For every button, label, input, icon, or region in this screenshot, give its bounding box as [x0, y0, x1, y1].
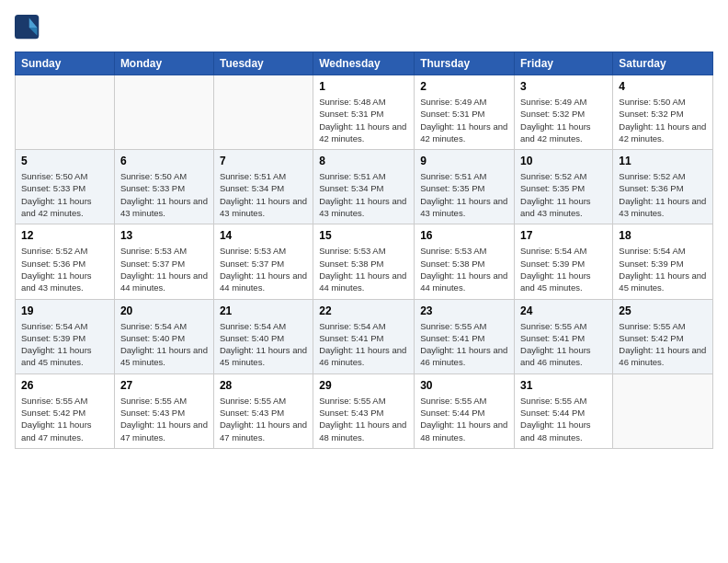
calendar-table: SundayMondayTuesdayWednesdayThursdayFrid… — [15, 52, 713, 449]
day-number: 11 — [619, 155, 707, 167]
day-info: Sunrise: 5:54 AMSunset: 5:39 PMDaylight:… — [619, 245, 707, 293]
weekday-header-row: SundayMondayTuesdayWednesdayThursdayFrid… — [16, 52, 713, 75]
calendar-day-cell: 22Sunrise: 5:54 AMSunset: 5:41 PMDayligh… — [313, 299, 415, 373]
day-number: 12 — [21, 229, 108, 242]
day-number: 7 — [220, 155, 307, 167]
calendar-week-row: 19Sunrise: 5:54 AMSunset: 5:39 PMDayligh… — [16, 299, 713, 373]
calendar-week-row: 5Sunrise: 5:50 AMSunset: 5:33 PMDaylight… — [16, 150, 713, 224]
weekday-header-monday: Monday — [114, 52, 213, 75]
calendar-week-row: 26Sunrise: 5:55 AMSunset: 5:42 PMDayligh… — [16, 373, 713, 448]
weekday-header-saturday: Saturday — [613, 52, 713, 75]
calendar-day-cell: 10Sunrise: 5:52 AMSunset: 5:35 PMDayligh… — [515, 150, 613, 224]
day-info: Sunrise: 5:55 AMSunset: 5:44 PMDaylight:… — [420, 395, 508, 443]
logo-icon — [15, 15, 40, 40]
day-number: 21 — [220, 304, 307, 317]
day-number: 27 — [120, 379, 208, 392]
day-number: 8 — [319, 155, 408, 167]
weekday-header-friday: Friday — [515, 52, 613, 75]
day-info: Sunrise: 5:50 AMSunset: 5:33 PMDaylight:… — [120, 170, 208, 219]
day-info: Sunrise: 5:54 AMSunset: 5:39 PMDaylight:… — [21, 320, 108, 369]
day-number: 23 — [420, 304, 508, 317]
calendar-day-cell: 28Sunrise: 5:55 AMSunset: 5:43 PMDayligh… — [213, 373, 313, 448]
calendar-day-cell: 2Sunrise: 5:49 AMSunset: 5:31 PMDaylight… — [415, 75, 515, 150]
calendar-day-cell — [16, 75, 115, 150]
day-info: Sunrise: 5:49 AMSunset: 5:31 PMDaylight:… — [420, 96, 508, 144]
calendar-day-cell: 26Sunrise: 5:55 AMSunset: 5:42 PMDayligh… — [16, 373, 115, 448]
day-number: 26 — [21, 379, 108, 392]
day-number: 3 — [520, 80, 607, 93]
calendar-day-cell: 24Sunrise: 5:55 AMSunset: 5:41 PMDayligh… — [515, 299, 613, 373]
day-info: Sunrise: 5:51 AMSunset: 5:34 PMDaylight:… — [319, 170, 408, 219]
calendar-week-row: 1Sunrise: 5:48 AMSunset: 5:31 PMDaylight… — [16, 75, 713, 150]
day-info: Sunrise: 5:54 AMSunset: 5:41 PMDaylight:… — [319, 320, 408, 369]
calendar-day-cell: 25Sunrise: 5:55 AMSunset: 5:42 PMDayligh… — [613, 299, 713, 373]
page-header — [15, 15, 713, 40]
calendar-day-cell: 4Sunrise: 5:50 AMSunset: 5:32 PMDaylight… — [613, 75, 713, 150]
calendar-day-cell: 1Sunrise: 5:48 AMSunset: 5:31 PMDaylight… — [313, 75, 415, 150]
day-info: Sunrise: 5:55 AMSunset: 5:43 PMDaylight:… — [220, 395, 307, 443]
calendar-day-cell: 21Sunrise: 5:54 AMSunset: 5:40 PMDayligh… — [213, 299, 313, 373]
calendar-day-cell: 3Sunrise: 5:49 AMSunset: 5:32 PMDaylight… — [515, 75, 613, 150]
day-number: 5 — [21, 155, 108, 167]
day-number: 10 — [520, 155, 607, 167]
day-number: 14 — [220, 229, 307, 242]
day-info: Sunrise: 5:53 AMSunset: 5:37 PMDaylight:… — [120, 245, 208, 293]
weekday-header-wednesday: Wednesday — [313, 52, 415, 75]
calendar-day-cell: 31Sunrise: 5:55 AMSunset: 5:44 PMDayligh… — [515, 373, 613, 448]
day-info: Sunrise: 5:55 AMSunset: 5:41 PMDaylight:… — [520, 320, 607, 369]
day-info: Sunrise: 5:54 AMSunset: 5:40 PMDaylight:… — [120, 320, 208, 369]
calendar-day-cell: 9Sunrise: 5:51 AMSunset: 5:35 PMDaylight… — [415, 150, 515, 224]
calendar-day-cell: 17Sunrise: 5:54 AMSunset: 5:39 PMDayligh… — [515, 224, 613, 299]
day-info: Sunrise: 5:50 AMSunset: 5:33 PMDaylight:… — [21, 170, 108, 219]
calendar-day-cell: 8Sunrise: 5:51 AMSunset: 5:34 PMDaylight… — [313, 150, 415, 224]
calendar-day-cell: 30Sunrise: 5:55 AMSunset: 5:44 PMDayligh… — [415, 373, 515, 448]
calendar-day-cell: 7Sunrise: 5:51 AMSunset: 5:34 PMDaylight… — [213, 150, 313, 224]
day-number: 13 — [120, 229, 208, 242]
day-number: 4 — [619, 80, 707, 93]
day-number: 17 — [520, 229, 607, 242]
calendar-day-cell: 19Sunrise: 5:54 AMSunset: 5:39 PMDayligh… — [16, 299, 115, 373]
day-info: Sunrise: 5:51 AMSunset: 5:35 PMDaylight:… — [420, 170, 508, 219]
day-info: Sunrise: 5:53 AMSunset: 5:38 PMDaylight:… — [319, 245, 408, 293]
calendar-day-cell — [114, 75, 213, 150]
calendar-day-cell: 14Sunrise: 5:53 AMSunset: 5:37 PMDayligh… — [213, 224, 313, 299]
day-info: Sunrise: 5:49 AMSunset: 5:32 PMDaylight:… — [520, 96, 607, 144]
calendar-day-cell: 11Sunrise: 5:52 AMSunset: 5:36 PMDayligh… — [613, 150, 713, 224]
day-info: Sunrise: 5:52 AMSunset: 5:35 PMDaylight:… — [520, 170, 607, 219]
day-number: 19 — [21, 304, 108, 317]
day-info: Sunrise: 5:52 AMSunset: 5:36 PMDaylight:… — [619, 170, 707, 219]
calendar-day-cell — [213, 75, 313, 150]
day-number: 18 — [619, 229, 707, 242]
day-number: 25 — [619, 304, 707, 317]
day-number: 2 — [420, 80, 508, 93]
day-number: 20 — [120, 304, 208, 317]
day-number: 28 — [220, 379, 307, 392]
day-info: Sunrise: 5:51 AMSunset: 5:34 PMDaylight:… — [220, 170, 307, 219]
calendar-day-cell: 6Sunrise: 5:50 AMSunset: 5:33 PMDaylight… — [114, 150, 213, 224]
calendar-day-cell: 13Sunrise: 5:53 AMSunset: 5:37 PMDayligh… — [114, 224, 213, 299]
day-number: 15 — [319, 229, 408, 242]
calendar-day-cell: 15Sunrise: 5:53 AMSunset: 5:38 PMDayligh… — [313, 224, 415, 299]
day-number: 6 — [120, 155, 208, 167]
day-number: 31 — [520, 379, 607, 392]
weekday-header-sunday: Sunday — [16, 52, 115, 75]
day-number: 24 — [520, 304, 607, 317]
calendar-day-cell: 23Sunrise: 5:55 AMSunset: 5:41 PMDayligh… — [415, 299, 515, 373]
day-info: Sunrise: 5:54 AMSunset: 5:40 PMDaylight:… — [220, 320, 307, 369]
calendar-day-cell: 20Sunrise: 5:54 AMSunset: 5:40 PMDayligh… — [114, 299, 213, 373]
weekday-header-thursday: Thursday — [415, 52, 515, 75]
day-info: Sunrise: 5:48 AMSunset: 5:31 PMDaylight:… — [319, 96, 408, 144]
day-number: 22 — [319, 304, 408, 317]
calendar-day-cell — [613, 373, 713, 448]
day-info: Sunrise: 5:55 AMSunset: 5:42 PMDaylight:… — [21, 395, 108, 443]
day-info: Sunrise: 5:54 AMSunset: 5:39 PMDaylight:… — [520, 245, 607, 293]
calendar-day-cell: 18Sunrise: 5:54 AMSunset: 5:39 PMDayligh… — [613, 224, 713, 299]
calendar-day-cell: 5Sunrise: 5:50 AMSunset: 5:33 PMDaylight… — [16, 150, 115, 224]
day-number: 1 — [319, 80, 408, 93]
calendar-day-cell: 29Sunrise: 5:55 AMSunset: 5:43 PMDayligh… — [313, 373, 415, 448]
day-info: Sunrise: 5:53 AMSunset: 5:38 PMDaylight:… — [420, 245, 508, 293]
calendar-week-row: 12Sunrise: 5:52 AMSunset: 5:36 PMDayligh… — [16, 224, 713, 299]
calendar-day-cell: 16Sunrise: 5:53 AMSunset: 5:38 PMDayligh… — [415, 224, 515, 299]
day-info: Sunrise: 5:55 AMSunset: 5:41 PMDaylight:… — [420, 320, 508, 369]
day-number: 9 — [420, 155, 508, 167]
